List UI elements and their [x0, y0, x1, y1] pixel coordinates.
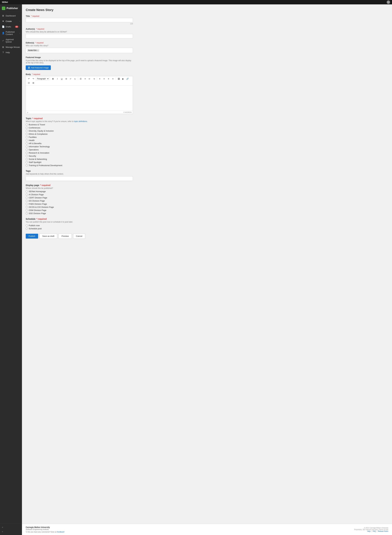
- display-radio-ai[interactable]: [26, 193, 28, 196]
- sidebar-item-published[interactable]: 👤 Published Content ›: [0, 29, 22, 37]
- display-option-ssd[interactable]: SSD Division Page: [26, 212, 133, 215]
- sidebar-item-create[interactable]: + Create ›: [0, 18, 22, 24]
- editor-tag-input[interactable]: [40, 49, 131, 52]
- add-featured-image-button[interactable]: 🖼 Add featured image: [26, 66, 51, 70]
- align-left-button[interactable]: ≡: [98, 77, 102, 81]
- publish-button[interactable]: Publish: [26, 234, 38, 239]
- topic-option-diversity[interactable]: Diversity, Equity & Inclusion: [26, 130, 133, 132]
- display-option-fabs[interactable]: FABS Division Page: [26, 203, 133, 205]
- topic-option-research[interactable]: Research & Innovation: [26, 152, 133, 154]
- add-image-label: Add featured image: [31, 66, 49, 69]
- title-input[interactable]: [26, 18, 133, 22]
- topic-option-health[interactable]: Health: [26, 139, 133, 141]
- display-radio-seinet[interactable]: [26, 190, 28, 192]
- footer-faq-link[interactable]: FAQ: [373, 530, 376, 532]
- insert-media-button[interactable]: ▶: [121, 77, 125, 81]
- save-draft-button[interactable]: Save as draft: [39, 234, 57, 239]
- display-radio-cert[interactable]: [26, 197, 28, 199]
- tags-input[interactable]: [26, 176, 133, 181]
- collapse-btn-2[interactable]: «: [0, 529, 22, 534]
- topic-option-security[interactable]: Security: [26, 155, 133, 157]
- insert-table-button[interactable]: ⊞: [31, 81, 35, 85]
- display-option-cert[interactable]: CERT Division Page: [26, 197, 133, 199]
- collapse-btn-1[interactable]: «: [0, 525, 22, 529]
- justify-button[interactable]: ≡: [111, 77, 115, 81]
- topic-option-training[interactable]: Training & Professional Development: [26, 164, 133, 167]
- topic-option-business[interactable]: Business & Travel: [26, 123, 133, 126]
- editor-tag-label: p: [27, 111, 28, 113]
- indent-right-button[interactable]: ⇥: [92, 77, 96, 81]
- display-radio-do[interactable]: [26, 200, 28, 202]
- bold-button[interactable]: B: [51, 77, 55, 81]
- topic-radio-diversity[interactable]: [26, 130, 28, 132]
- topic-radio-facilities[interactable]: [26, 136, 28, 138]
- display-option-do[interactable]: DO Division Page: [26, 200, 133, 202]
- redo-button[interactable]: ↷: [31, 77, 35, 81]
- align-center-button[interactable]: ≡: [102, 77, 106, 81]
- preview-button[interactable]: Preview: [58, 234, 72, 239]
- topic-option-ethics[interactable]: Ethics & Compliance: [26, 133, 133, 135]
- display-radio-ssd[interactable]: [26, 212, 28, 214]
- ordered-list-button[interactable]: ≡: [83, 77, 87, 81]
- topic-radio-ethics[interactable]: [26, 133, 28, 135]
- topic-option-social[interactable]: Social & Networking: [26, 158, 133, 160]
- display-option-ai[interactable]: AI Division Page: [26, 193, 133, 196]
- authors-input[interactable]: [26, 34, 133, 38]
- display-option-seinet[interactable]: SEINet Homepage: [26, 190, 133, 192]
- topic-option-conferences[interactable]: Conferences: [26, 127, 133, 129]
- sidebar-item-dashboard[interactable]: ⊞ Dashboard: [0, 13, 22, 18]
- topic-option-it[interactable]: Information Technology: [26, 145, 133, 148]
- sidebar-item-mosaic[interactable]: ⊞ Manage Mosaic: [0, 44, 22, 50]
- editors-input-container[interactable]: Annie Kim ×: [26, 48, 133, 53]
- insert-image-button[interactable]: 🖼: [117, 77, 121, 81]
- cancel-button[interactable]: Cancel: [73, 234, 85, 239]
- undo-button[interactable]: ↶: [27, 77, 31, 81]
- display-radio-osm[interactable]: [26, 209, 28, 211]
- topic-option-facilities[interactable]: Facilities: [26, 136, 133, 138]
- topic-radio-hr[interactable]: [26, 142, 28, 145]
- display-radio-fabs[interactable]: [26, 203, 28, 205]
- footer-release-link[interactable]: Release Notes: [378, 530, 388, 532]
- topic-radio-business[interactable]: [26, 124, 28, 126]
- topic-radio-security[interactable]: [26, 155, 28, 157]
- display-option-osm[interactable]: OSM Division Page: [26, 209, 133, 211]
- topic-radio-health[interactable]: [26, 139, 28, 141]
- topic-radio-social[interactable]: [26, 158, 28, 160]
- topic-radio-it[interactable]: [26, 145, 28, 148]
- footer-help-link[interactable]: Help: [367, 530, 370, 532]
- sidebar-item-help[interactable]: ? Help: [0, 50, 22, 55]
- topic-radio-operations[interactable]: [26, 149, 28, 151]
- schedule-option-later[interactable]: Schedule post: [26, 227, 133, 230]
- remove-editor-btn[interactable]: ×: [37, 49, 39, 52]
- unordered-list-button[interactable]: ☰: [79, 77, 83, 81]
- topic-radio-training[interactable]: [26, 164, 28, 166]
- insert-code-button[interactable]: {/}: [27, 81, 31, 85]
- schedule-option-now[interactable]: Publish now: [26, 224, 133, 227]
- sidebar-item-drafts[interactable]: 📄 Drafts 32 ›: [0, 24, 22, 29]
- sidebar-item-approval[interactable]: ✓ Approval Queue: [0, 37, 22, 44]
- topic-definitions-link[interactable]: topic definitions.: [74, 120, 88, 122]
- subscript-button[interactable]: x₂: [73, 77, 77, 81]
- topic-radio-staff[interactable]: [26, 161, 28, 163]
- italic-button[interactable]: I: [55, 77, 59, 81]
- topic-radio-research[interactable]: [26, 152, 28, 154]
- topic-radio-conferences[interactable]: [26, 127, 28, 129]
- body-editor[interactable]: [26, 85, 133, 111]
- footer-right: © 2022 Carnegie Mellon University Propri…: [354, 527, 388, 532]
- schedule-radio-now[interactable]: [26, 225, 28, 226]
- align-right-button[interactable]: ≡: [107, 77, 111, 81]
- paragraph-select[interactable]: Paragraph Heading 1 Heading 2: [36, 77, 49, 80]
- schedule-radio-later[interactable]: [26, 228, 28, 230]
- indent-left-button[interactable]: ⇤: [88, 77, 92, 81]
- topic-option-staff[interactable]: Staff Spotlight: [26, 161, 133, 164]
- avatar[interactable]: U: [387, 0, 390, 4]
- display-radio-ocos[interactable]: [26, 206, 28, 208]
- strikethrough-button[interactable]: S: [64, 77, 68, 81]
- underline-button[interactable]: U: [60, 77, 64, 81]
- display-option-ocos[interactable]: OCOS & CIO Division Page: [26, 206, 133, 208]
- topic-option-hr[interactable]: HR & Benefits: [26, 142, 133, 145]
- superscript-button[interactable]: x²: [69, 77, 73, 81]
- feedback-link[interactable]: feedback!: [57, 531, 65, 533]
- topic-option-operations[interactable]: Operations: [26, 149, 133, 151]
- insert-link-button[interactable]: 🔗: [126, 77, 130, 81]
